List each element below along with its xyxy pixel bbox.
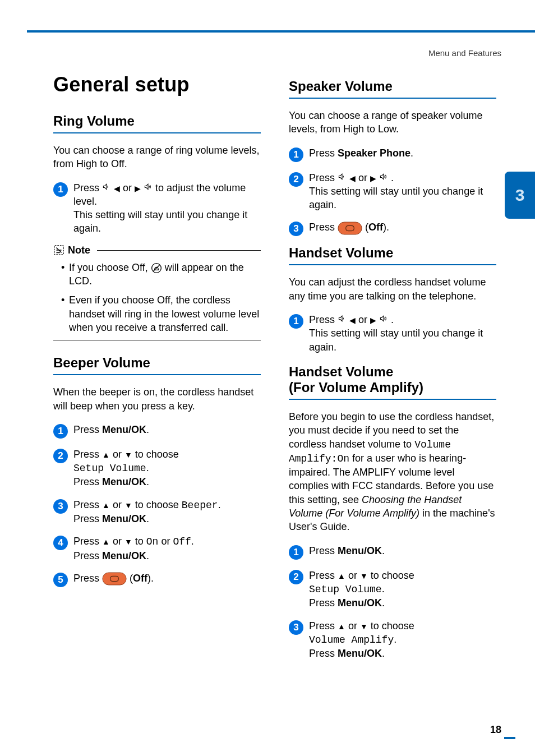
speaker-step-3: 3 Press (Off). — [289, 220, 496, 236]
no-ring-icon — [151, 262, 162, 274]
up-arrow-icon — [102, 499, 110, 510]
speaker-step-1: 1 Press Speaker Phone. — [289, 146, 496, 162]
handset-volume-intro: You can adjust the cordless handset volu… — [289, 275, 496, 303]
speaker-low-icon — [338, 172, 347, 181]
step-number-icon: 5 — [53, 573, 68, 587]
section-rule — [289, 399, 496, 400]
page-number: 18 — [490, 724, 501, 736]
breadcrumb: Menu and Features — [428, 48, 501, 58]
step-body: Press or to On or Off. Press Menu/OK. — [73, 534, 194, 563]
chapter-tab: 3 — [505, 172, 535, 219]
right-arrow-icon — [370, 172, 376, 183]
page-title: General setup — [53, 73, 261, 96]
speaker-volume-intro: You can choose a range of speaker volume… — [289, 109, 496, 136]
handset-volume-title: Handset Volume — [289, 245, 496, 261]
down-arrow-icon — [360, 620, 368, 631]
beeper-step-5: 5 Press (Off). — [53, 571, 261, 587]
chapter-number: 3 — [515, 186, 525, 205]
step-body: Press (Off). — [73, 571, 154, 586]
section-rule — [289, 264, 496, 265]
step-number-icon: 3 — [289, 620, 303, 635]
amplify-step-1: 1 Press Menu/OK. — [289, 544, 496, 560]
left-arrow-icon — [114, 182, 120, 193]
step-body: Press or to choose Setup Volume. Press M… — [309, 569, 414, 610]
speaker-low-icon — [338, 314, 347, 323]
step-body: Press or to choose Beeper. Press Menu/OK… — [73, 498, 221, 526]
step-body: Press or . This setting will stay until … — [309, 171, 496, 212]
ring-volume-intro: You can choose a range of ring volume le… — [53, 144, 261, 171]
down-arrow-icon — [360, 570, 368, 581]
up-arrow-icon — [102, 449, 110, 460]
up-arrow-icon — [338, 570, 345, 581]
speaker-high-icon — [144, 182, 153, 191]
page-number-rule — [504, 737, 515, 739]
beeper-volume-intro: When the beeper is on, the cordless hand… — [53, 385, 261, 413]
speaker-high-icon — [379, 172, 388, 181]
step-body: Press or . This setting will stay until … — [309, 313, 496, 354]
note-item: If you choose Off, will appear on the LC… — [61, 261, 261, 288]
right-arrow-icon — [135, 182, 141, 193]
amplify-step-3: 3 Press or to choose Volume Amplify. Pre… — [289, 619, 496, 661]
note-rule — [97, 250, 261, 251]
step-number-icon: 2 — [289, 172, 303, 187]
off-button-icon — [102, 572, 127, 586]
left-column: General setup Ring Volume You can choose… — [53, 73, 261, 669]
up-arrow-icon — [338, 620, 345, 631]
step-number-icon: 1 — [289, 314, 303, 329]
step-number-icon: 3 — [53, 499, 68, 514]
top-rule — [27, 30, 535, 33]
note-bottom-rule — [53, 340, 261, 340]
section-rule — [53, 374, 261, 375]
beeper-step-3: 3 Press or to choose Beeper. Press Menu/… — [53, 498, 261, 526]
off-button-icon — [338, 222, 362, 235]
step-number-icon: 2 — [289, 570, 303, 584]
step-body: Press Speaker Phone. — [309, 146, 413, 160]
handset-step-1: 1 Press or . This setting will stay unti… — [289, 313, 496, 354]
speaker-step-2: 2 Press or . This setting will stay unti… — [289, 171, 496, 212]
note-heading: Note — [53, 245, 261, 256]
step-number-icon: 2 — [53, 449, 68, 463]
speaker-high-icon — [379, 314, 388, 323]
step-number-icon: 1 — [53, 424, 68, 439]
amplify-step-2: 2 Press or to choose Setup Volume. Press… — [289, 569, 496, 610]
down-arrow-icon — [124, 499, 132, 510]
left-arrow-icon — [349, 314, 356, 325]
speaker-low-icon — [102, 182, 111, 191]
note-item: Even if you choose Off, the cordless han… — [61, 293, 261, 334]
step-body: Press or to adjust the volume level. Thi… — [73, 181, 261, 236]
right-arrow-icon — [370, 314, 376, 325]
right-column: Speaker Volume You can choose a range of… — [289, 73, 496, 669]
up-arrow-icon — [102, 536, 110, 547]
handset-amplify-intro: Before you begin to use the cordless han… — [289, 410, 496, 534]
step-body: Press Menu/OK. — [309, 544, 385, 557]
note-icon — [53, 245, 64, 256]
step-body: Press (Off). — [309, 220, 389, 234]
step-number-icon: 1 — [289, 545, 303, 560]
section-rule — [53, 132, 261, 133]
handset-amplify-title: Handset Volume (For Volume Amplify) — [289, 364, 496, 395]
step-body: Press or to choose Volume Amplify. Press… — [309, 619, 414, 661]
step-number-icon: 3 — [289, 222, 303, 236]
beeper-volume-title: Beeper Volume — [53, 355, 261, 371]
beeper-step-2: 2 Press or to choose Setup Volume. Press… — [53, 448, 261, 489]
step-number-icon: 1 — [289, 147, 303, 162]
ring-step-1: 1 Press or to adjust the volume level. T… — [53, 181, 261, 236]
section-rule — [289, 98, 496, 99]
down-arrow-icon — [124, 449, 132, 460]
step-number-icon: 1 — [53, 182, 68, 197]
step-number-icon: 4 — [53, 536, 68, 550]
step-body: Press or to choose Setup Volume. Press M… — [73, 448, 179, 489]
note-label: Note — [68, 245, 90, 256]
note-list: If you choose Off, will appear on the LC… — [53, 261, 261, 334]
speaker-volume-title: Speaker Volume — [289, 79, 496, 94]
ring-volume-title: Ring Volume — [53, 113, 261, 129]
step-body: Press Menu/OK. — [73, 423, 149, 436]
beeper-step-1: 1 Press Menu/OK. — [53, 423, 261, 439]
left-arrow-icon — [349, 172, 356, 183]
down-arrow-icon — [124, 536, 132, 547]
beeper-step-4: 4 Press or to On or Off. Press Menu/OK. — [53, 534, 261, 563]
page-content: General setup Ring Volume You can choose… — [53, 73, 496, 669]
